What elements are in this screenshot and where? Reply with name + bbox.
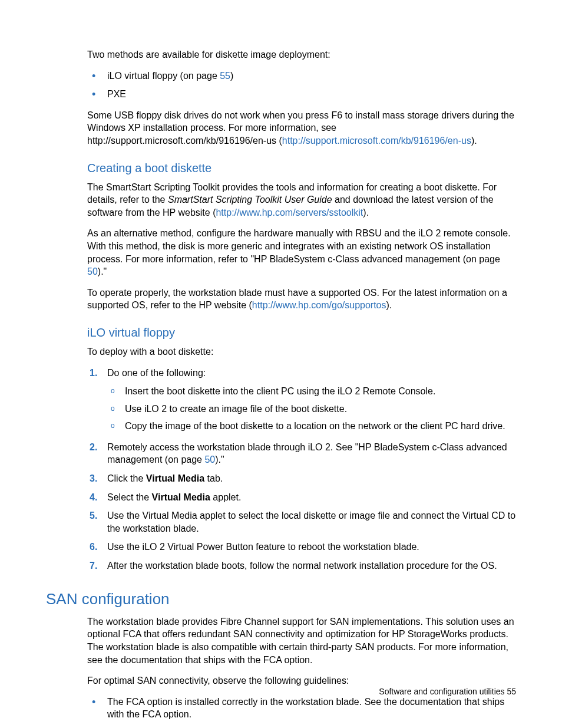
- body-paragraph: For optimal SAN connectivity, observe th…: [87, 674, 516, 687]
- text: Do one of the following:: [107, 368, 206, 378]
- page-link[interactable]: 55: [220, 71, 230, 81]
- text: Remotely access the workstation blade th…: [107, 442, 507, 465]
- text: Select the: [107, 492, 152, 502]
- text: ).: [386, 300, 392, 310]
- list-item: Click the Virtual Media tab.: [87, 472, 516, 485]
- list-item: Do one of the following: Insert the boot…: [87, 367, 516, 433]
- numbered-steps: Do one of the following: Insert the boot…: [87, 367, 516, 572]
- page-footer: Software and configuration utilities 55: [379, 686, 516, 697]
- body-paragraph: To operate properly, the workstation bla…: [87, 286, 516, 312]
- list-item: PXE: [87, 88, 516, 101]
- text: As an alternative method, configure the …: [87, 228, 511, 263]
- list-item: Insert the boot diskette into the client…: [107, 385, 516, 398]
- list-item: Use the Virtual Media applet to select t…: [87, 509, 516, 535]
- body-paragraph: The SmartStart Scripting Toolkit provide…: [87, 181, 516, 219]
- text: ).: [471, 136, 477, 146]
- intro-paragraph: Two methods are available for diskette i…: [87, 48, 516, 61]
- external-link[interactable]: http://www.hp.com/servers/sstoolkit: [216, 207, 363, 218]
- text: ): [230, 71, 233, 81]
- ui-label: Virtual Media: [146, 473, 204, 483]
- body-paragraph: The workstation blade provides Fibre Cha…: [87, 615, 516, 666]
- ui-label: Virtual Media: [152, 492, 210, 502]
- body-paragraph: As an alternative method, configure the …: [87, 227, 516, 278]
- list-item: The FCA option is installed correctly in…: [87, 696, 516, 721]
- heading-creating-boot-diskette: Creating a boot diskette: [87, 160, 516, 176]
- page-link[interactable]: 50: [87, 266, 98, 276]
- document-title: SmartStart Scripting Toolkit User Guide: [168, 195, 332, 205]
- list-item: After the workstation blade boots, follo…: [87, 559, 516, 572]
- usb-note-paragraph: Some USB floppy disk drives do not work …: [87, 109, 516, 147]
- text: applet.: [210, 492, 241, 502]
- text: ).": [98, 266, 107, 276]
- list-item: Use the iLO 2 Virtual Power Button featu…: [87, 541, 516, 554]
- intro-bullet-list: iLO virtual floppy (on page 55) PXE: [87, 70, 516, 101]
- san-bullet-list: The FCA option is installed correctly in…: [87, 696, 516, 728]
- text: Click the: [107, 473, 146, 483]
- heading-san-configuration: SAN configuration: [46, 589, 516, 610]
- page-content: Two methods are available for diskette i…: [0, 0, 562, 728]
- list-item: Use iLO 2 to create an image file of the…: [107, 403, 516, 416]
- sub-bullet-list: Insert the boot diskette into the client…: [107, 385, 516, 433]
- text: ).: [363, 207, 369, 218]
- page-link[interactable]: 50: [204, 454, 215, 465]
- external-link[interactable]: http://www.hp.com/go/supportos: [252, 300, 386, 310]
- text: tab.: [204, 473, 223, 483]
- heading-ilo-virtual-floppy: iLO virtual floppy: [87, 325, 516, 341]
- text: ).": [215, 454, 224, 465]
- text: iLO virtual floppy (on page: [107, 71, 220, 81]
- list-item: iLO virtual floppy (on page 55): [87, 70, 516, 83]
- external-link[interactable]: http://support.microsoft.com/kb/916196/e…: [282, 136, 471, 146]
- body-paragraph: To deploy with a boot diskette:: [87, 345, 516, 358]
- list-item: Copy the image of the boot diskette to a…: [107, 420, 516, 433]
- list-item: Remotely access the workstation blade th…: [87, 441, 516, 466]
- list-item: Select the Virtual Media applet.: [87, 491, 516, 504]
